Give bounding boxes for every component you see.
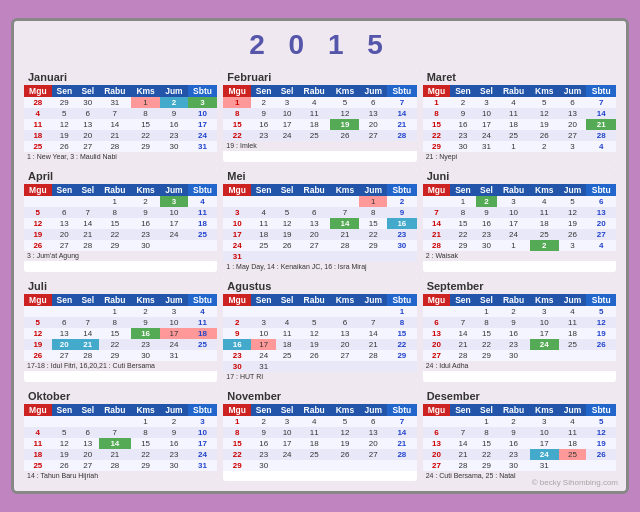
- col-header: Sbtu: [586, 184, 616, 196]
- calendar-cell: 21: [450, 339, 475, 350]
- calendar-cell: 17: [530, 438, 559, 449]
- month-maret: MaretMguSenSelRabuKmsJumSbtu123456789101…: [423, 69, 616, 162]
- col-header: Rabu: [298, 184, 331, 196]
- calendar-cell: 23: [387, 229, 417, 240]
- calendar-cell: 18: [298, 438, 331, 449]
- calendar-cell: [559, 460, 587, 471]
- calendar-cell: 3: [188, 97, 218, 108]
- calendar-cell: 24: [276, 130, 298, 141]
- calendar-cell: 15: [423, 119, 451, 130]
- calendar-cell: 10: [497, 207, 530, 218]
- calendar-cell: [423, 306, 451, 317]
- calendar-cell: 24: [476, 130, 498, 141]
- calendar-cell: 30: [497, 350, 530, 361]
- calendar-cell: 15: [223, 438, 251, 449]
- calendar-cell: 28: [77, 240, 99, 251]
- col-header: Jum: [359, 404, 387, 416]
- calendar-cell: [359, 361, 387, 372]
- calendar-cell: 9: [160, 108, 188, 119]
- calendar-cell: 8: [450, 207, 475, 218]
- calendar-cell: 11: [298, 427, 331, 438]
- calendar-cell: 31: [251, 361, 276, 372]
- calendar-cell: 5: [52, 427, 77, 438]
- calendar-cell: [330, 196, 359, 207]
- col-header: Rabu: [497, 294, 530, 306]
- calendar-cell: 31: [188, 141, 218, 152]
- calendar-cell: [330, 306, 359, 317]
- calendar-cell: 17: [530, 328, 559, 339]
- calendar-cell: 31: [160, 350, 188, 361]
- calendar-cell: 12: [330, 108, 359, 119]
- calendar-cell: 2: [387, 196, 417, 207]
- calendar-cell: 10: [476, 108, 498, 119]
- calendar-cell: 1: [476, 306, 498, 317]
- calendar-cell: 5: [559, 196, 587, 207]
- calendar-cell: 4: [24, 427, 52, 438]
- calendar-cell: [298, 306, 331, 317]
- calendar-cell: 11: [559, 317, 587, 328]
- calendar-cell: 18: [559, 438, 587, 449]
- col-header: Mgu: [24, 184, 52, 196]
- calendar-cell: 23: [251, 449, 276, 460]
- calendar-cell: 16: [251, 438, 276, 449]
- calendar-cell: 29: [359, 240, 387, 251]
- month-title: April: [24, 168, 217, 184]
- calendar-cell: 1: [423, 97, 451, 108]
- calendar-cell: 11: [188, 317, 218, 328]
- calendar-cell: 10: [251, 328, 276, 339]
- calendar-cell: 30: [131, 240, 160, 251]
- calendar-cell: 20: [52, 229, 77, 240]
- calendar-cell: 9: [476, 207, 498, 218]
- calendar-cell: 30: [223, 361, 251, 372]
- calendar-cell: 31: [223, 251, 251, 262]
- calendar-cell: 6: [359, 416, 387, 427]
- calendar-cell: 22: [359, 229, 387, 240]
- calendar-cell: 18: [24, 449, 52, 460]
- calendar-cell: 23: [160, 449, 188, 460]
- month-februari: FebruariMguSenSelRabuKmsJumSbtu123456789…: [223, 69, 416, 162]
- calendar-cell: 15: [450, 218, 475, 229]
- calendar-cell: 13: [77, 438, 99, 449]
- month-title: Februari: [223, 69, 416, 85]
- calendar-cell: 29: [99, 350, 132, 361]
- calendar-cell: 19: [276, 229, 298, 240]
- calendar-cell: 2: [497, 306, 530, 317]
- calendar-cell: 18: [298, 119, 331, 130]
- calendar-cell: 22: [223, 130, 251, 141]
- calendar-cell: 6: [298, 207, 331, 218]
- calendar-cell: 7: [99, 427, 132, 438]
- col-header: Kms: [330, 184, 359, 196]
- calendar-cell: 2: [160, 416, 188, 427]
- calendar-cell: 16: [497, 328, 530, 339]
- calendar-cell: 13: [52, 328, 77, 339]
- calendar-cell: 15: [476, 438, 498, 449]
- calendar-cell: 26: [276, 240, 298, 251]
- col-header: Mgu: [24, 294, 52, 306]
- calendar-cell: 21: [77, 229, 99, 240]
- calendar-cell: 2: [131, 306, 160, 317]
- calendar-cell: 26: [330, 449, 359, 460]
- month-title: Juli: [24, 278, 217, 294]
- calendar-cell: 11: [24, 119, 52, 130]
- calendar-cell: 12: [52, 119, 77, 130]
- calendar-cell: 3: [160, 196, 188, 207]
- calendar-cell: 10: [276, 108, 298, 119]
- calendar-cell: 4: [298, 97, 331, 108]
- month-notes: 1 : New Year, 3 : Maulid Nabi: [24, 152, 217, 162]
- calendar-cell: 17: [223, 229, 251, 240]
- calendar-cell: 21: [99, 130, 132, 141]
- calendar-cell: 14: [330, 218, 359, 229]
- calendar-cell: 1: [131, 97, 160, 108]
- calendar-cell: 19: [298, 339, 331, 350]
- month-table: MguSenSelRabuKmsJumSbtu12345678910111213…: [223, 85, 416, 141]
- calendar-cell: 19: [24, 229, 52, 240]
- calendar-cell: 14: [77, 328, 99, 339]
- calendar-cell: 9: [387, 207, 417, 218]
- month-table: MguSenSelRabuKmsJumSbtu12345678910111213…: [423, 404, 616, 471]
- month-table: MguSenSelRabuKmsJumSbtu12345678910111213…: [223, 184, 416, 262]
- calendar-cell: 6: [423, 317, 451, 328]
- calendar-cell: 22: [131, 449, 160, 460]
- calendar-cell: 16: [131, 218, 160, 229]
- calendar-cell: 6: [359, 97, 387, 108]
- calendar-cell: 30: [387, 240, 417, 251]
